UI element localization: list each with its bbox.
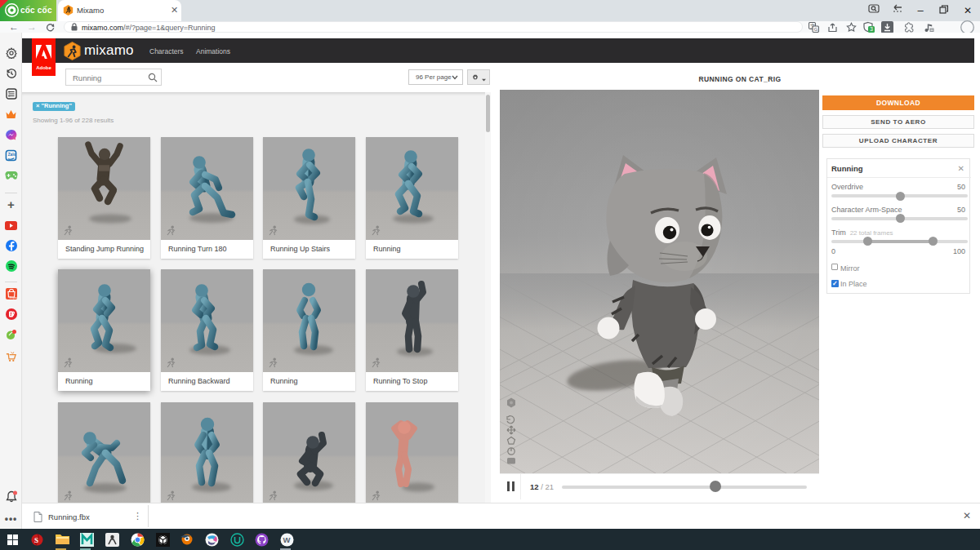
svg-text:W: W [283,535,290,544]
svg-text:Zalo: Zalo [8,152,16,156]
svg-text:S: S [34,536,38,544]
svg-text:Shopee: Shopee [9,296,17,299]
svg-text:3: 3 [870,26,873,32]
svg-text:G: G [813,27,817,32]
